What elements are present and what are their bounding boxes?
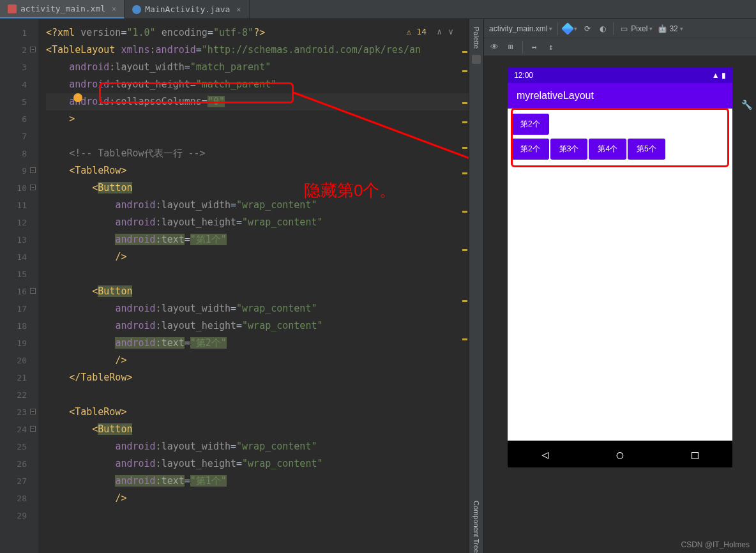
line-number[interactable]: 4: [0, 76, 27, 93]
preview-button[interactable]: 第5个: [628, 139, 665, 160]
fold-icon[interactable]: −: [30, 426, 36, 432]
tab-label: activity_main.xml: [20, 4, 105, 13]
line-number[interactable]: 19: [0, 335, 27, 352]
line-number[interactable]: 22: [0, 386, 27, 404]
close-icon[interactable]: ×: [236, 5, 241, 14]
annotation-text: 隐藏第0个。: [304, 182, 396, 199]
line-number[interactable]: 11: [0, 197, 27, 214]
editor-tabs: activity_main.xml × MainActivity.java ×: [0, 0, 756, 19]
device-selector[interactable]: ▭ Pixel ▾: [619, 24, 653, 34]
tab-label: MainActivity.java: [145, 4, 230, 14]
nav-back-icon[interactable]: ◁: [541, 448, 548, 461]
close-icon[interactable]: ×: [112, 4, 116, 13]
line-number[interactable]: 18: [0, 317, 27, 335]
fold-icon[interactable]: −: [30, 288, 36, 294]
line-number[interactable]: 5: [0, 93, 27, 110]
warning-badge[interactable]: ⚠ 14: [407, 23, 427, 40]
device-preview-area[interactable]: 🔧 12:00 ▲ ▮ myrelativeLayout 第2个 第2个 第3个: [484, 56, 756, 553]
wrench-icon[interactable]: 🔧: [741, 100, 752, 110]
fold-icon[interactable]: −: [30, 167, 36, 173]
java-file-icon: [132, 5, 141, 14]
palette-label[interactable]: Palette: [472, 27, 480, 49]
orientation-icon[interactable]: ⟳: [582, 24, 593, 34]
line-number[interactable]: 29: [0, 507, 27, 524]
fold-icon[interactable]: −: [30, 47, 36, 52]
view-options-icon[interactable]: 👁: [489, 42, 499, 52]
xml-file-icon: [8, 4, 17, 13]
tab-activity-main-xml[interactable]: activity_main.xml ×: [0, 0, 125, 19]
line-number[interactable]: 9−: [0, 162, 27, 179]
line-number[interactable]: 21: [0, 369, 27, 386]
line-number[interactable]: 28: [0, 490, 27, 507]
prev-highlight-icon[interactable]: ∧: [437, 23, 442, 40]
watermark: CSDN @IT_Holmes: [681, 540, 750, 549]
preview-button[interactable]: 第2个: [511, 114, 549, 135]
app-title: myrelativeLayout: [517, 90, 594, 102]
line-number[interactable]: 10−: [0, 179, 27, 197]
line-number-gutter: 1 2− 3 4 5 6 7 8 9− 10− 11 12 13 14 15 1…: [0, 19, 38, 553]
line-number[interactable]: 1: [0, 24, 27, 42]
code-editor-pane: 1 2− 3 4 5 6 7 8 9− 10− 11 12 13 14 15 1…: [0, 19, 469, 553]
device-status-bar: 12:00 ▲ ▮: [508, 68, 732, 83]
api-selector[interactable]: 🤖 32 ▾: [658, 24, 683, 33]
tab-main-activity-java[interactable]: MainActivity.java ×: [125, 0, 249, 19]
main-area: 1 2− 3 4 5 6 7 8 9− 10− 11 12 13 14 15 1…: [0, 19, 756, 553]
nav-home-icon[interactable]: ○: [617, 448, 624, 461]
line-number[interactable]: 16−: [0, 283, 27, 300]
zoom-icon[interactable]: ↕: [546, 42, 556, 52]
line-number[interactable]: 2−: [0, 42, 27, 59]
status-time: 12:00: [514, 71, 533, 80]
intention-bulb-icon[interactable]: [73, 93, 82, 102]
line-number[interactable]: 14: [0, 248, 27, 266]
device-nav-bar: ◁ ○ □: [508, 441, 732, 467]
line-number[interactable]: 23−: [0, 404, 27, 421]
fold-icon[interactable]: −: [30, 185, 36, 190]
nav-recent-icon[interactable]: □: [692, 448, 699, 461]
next-highlight-icon[interactable]: ∨: [448, 23, 453, 40]
line-number[interactable]: 6: [0, 110, 27, 128]
device-frame: 12:00 ▲ ▮ myrelativeLayout 第2个 第2个 第3个 第…: [508, 68, 732, 467]
line-number[interactable]: 7: [0, 128, 27, 145]
night-mode-icon[interactable]: ◐: [598, 24, 608, 34]
file-selector[interactable]: activity_main.xml ▾: [489, 24, 552, 33]
surfaces-icon[interactable]: ▾: [563, 24, 577, 33]
layout-preview-pane: activity_main.xml ▾ ▾ ⟳ ◐ ▭ Pixel ▾ 🤖 32…: [484, 19, 756, 553]
code-editor[interactable]: ⚠ 14 ∧ ∨ <?xml version="1.0" encoding="u…: [38, 19, 469, 553]
preview-button[interactable]: 第4个: [589, 139, 626, 160]
table-row: 第2个 第3个 第4个 第5个: [511, 139, 729, 160]
line-number[interactable]: 27: [0, 473, 27, 490]
design-toolbar-secondary: 👁 ⊞ ↔ ↕: [484, 38, 756, 56]
pan-icon[interactable]: ↔: [529, 42, 540, 52]
line-number[interactable]: 12: [0, 214, 27, 231]
line-number[interactable]: 20: [0, 352, 27, 369]
line-number[interactable]: 17: [0, 300, 27, 317]
preview-button[interactable]: 第2个: [511, 139, 549, 160]
line-number[interactable]: 8: [0, 145, 27, 162]
palette-icon[interactable]: [472, 55, 481, 64]
component-tree-label[interactable]: Component Tree: [472, 501, 480, 553]
line-number[interactable]: 3: [0, 59, 27, 76]
line-number[interactable]: 15: [0, 266, 27, 283]
line-number[interactable]: 25: [0, 438, 27, 455]
status-icons: ▲ ▮: [712, 71, 726, 80]
design-toolbar: activity_main.xml ▾ ▾ ⟳ ◐ ▭ Pixel ▾ 🤖 32…: [484, 19, 756, 38]
device-app-bar: myrelativeLayout: [508, 83, 732, 109]
table-row: 第2个: [511, 114, 729, 135]
layout-decorations-icon[interactable]: ⊞: [506, 42, 516, 52]
line-number[interactable]: 13: [0, 231, 27, 248]
palette-sidebar: Palette Component Tree: [469, 19, 484, 553]
preview-button[interactable]: 第3个: [550, 139, 588, 160]
line-number[interactable]: 26: [0, 455, 27, 473]
line-number[interactable]: 24−: [0, 421, 27, 438]
editor-scrollbar[interactable]: [461, 45, 467, 530]
fold-icon[interactable]: −: [30, 409, 36, 414]
device-content: 第2个 第2个 第3个 第4个 第5个: [508, 109, 732, 165]
